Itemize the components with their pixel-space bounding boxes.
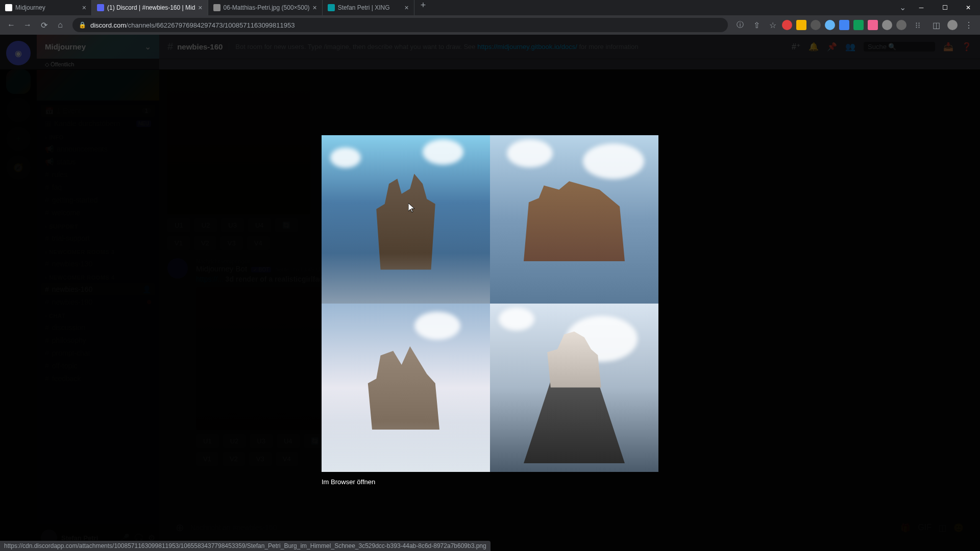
discord-app: ◉ + 🧭 Midjourney ⌄ ◇ Öffentlich 📅 1 Even… bbox=[0, 35, 980, 551]
extension-icon[interactable] bbox=[796, 20, 806, 30]
address-bar[interactable]: 🔒 discord.com/channels/66226797698429747… bbox=[72, 18, 728, 32]
channel-topic: Bot room for new users. Type /imagine, t… bbox=[229, 43, 638, 51]
extension-icon[interactable] bbox=[882, 20, 892, 30]
profile-avatar[interactable] bbox=[947, 20, 958, 30]
home-button[interactable]: ⌂ bbox=[53, 18, 67, 32]
forward-button[interactable]: → bbox=[20, 18, 35, 32]
tab-image[interactable]: 06-Matthias-Petri.jpg (500×500) × bbox=[208, 0, 323, 15]
window-controls: ⌄ ─ ☐ ✕ bbox=[895, 0, 980, 15]
browser-titlebar: Midjourney × (1) Discord | #newbies-160 … bbox=[0, 0, 980, 15]
menu-icon[interactable]: ⋮ bbox=[962, 18, 976, 32]
discord-home[interactable]: ◉ bbox=[6, 41, 31, 65]
extension-icon[interactable] bbox=[839, 20, 849, 30]
tab-midjourney[interactable]: Midjourney × bbox=[0, 0, 92, 15]
channel-header: # newbies-160 Bot room for new users. Ty… bbox=[159, 35, 980, 59]
close-icon[interactable]: × bbox=[198, 4, 202, 12]
server-name: Midjourney bbox=[45, 42, 86, 51]
close-icon[interactable]: × bbox=[82, 4, 86, 12]
extensions-icon[interactable]: ⁝⁝ bbox=[911, 18, 925, 32]
tab-title: Midjourney bbox=[15, 4, 79, 11]
image-quadrant-3 bbox=[322, 304, 490, 472]
image-quadrant-1 bbox=[322, 135, 490, 304]
close-icon[interactable]: × bbox=[313, 4, 317, 12]
chevron-down-icon: ⌄ bbox=[144, 42, 151, 52]
help-icon[interactable]: ❓ bbox=[962, 42, 972, 52]
translate-icon[interactable]: ⓘ bbox=[733, 18, 747, 32]
tab-xing[interactable]: Stefan Petri | XING × bbox=[323, 0, 414, 15]
back-button[interactable]: ← bbox=[4, 18, 18, 32]
reload-button[interactable]: ⟳ bbox=[37, 18, 51, 32]
modal-image[interactable] bbox=[322, 135, 658, 472]
close-icon[interactable]: × bbox=[405, 4, 409, 12]
favicon-icon bbox=[97, 4, 104, 11]
image-quadrant-2 bbox=[490, 135, 658, 304]
favicon-icon bbox=[213, 4, 220, 11]
minimize-button[interactable]: ─ bbox=[910, 0, 933, 15]
favicon-icon bbox=[5, 4, 12, 11]
tab-strip: Midjourney × (1) Discord | #newbies-160 … bbox=[0, 0, 895, 15]
threads-icon[interactable]: #⁺ bbox=[792, 42, 800, 52]
lock-icon: 🔒 bbox=[79, 21, 86, 29]
tab-title: Stefan Petri | XING bbox=[338, 4, 402, 11]
extension-icon[interactable] bbox=[811, 20, 821, 30]
server-status: ◇ Öffentlich bbox=[45, 61, 74, 67]
members-icon[interactable]: 👥 bbox=[845, 42, 855, 52]
tab-title: 06-Matthias-Petri.jpg (500×500) bbox=[224, 4, 310, 11]
inbox-icon[interactable]: 📥 bbox=[943, 42, 953, 52]
extension-icon[interactable] bbox=[853, 20, 864, 30]
extension-icon[interactable] bbox=[782, 20, 792, 30]
status-bar: https://cdn.discordapp.com/attachments/1… bbox=[0, 541, 491, 551]
tab-discord[interactable]: (1) Discord | #newbies-160 | Mid × bbox=[92, 0, 208, 15]
maximize-button[interactable]: ☐ bbox=[933, 0, 957, 15]
image-modal-overlay[interactable]: Im Browser öffnen bbox=[0, 69, 980, 551]
favicon-icon bbox=[328, 4, 335, 11]
open-in-browser-link[interactable]: Im Browser öffnen bbox=[322, 478, 375, 486]
extension-icon[interactable] bbox=[868, 20, 878, 30]
sidepanel-icon[interactable]: ◫ bbox=[929, 18, 943, 32]
chevron-down-icon[interactable]: ⌄ bbox=[895, 0, 910, 14]
extensions: ⁝⁝ ◫ ⋮ bbox=[782, 18, 976, 32]
browser-toolbar: ← → ⟳ ⌂ 🔒 discord.com/channels/662267976… bbox=[0, 15, 980, 35]
share-icon[interactable]: ⇧ bbox=[749, 18, 764, 32]
extension-icon[interactable] bbox=[896, 20, 906, 30]
search-input[interactable]: Suche 🔍 bbox=[864, 42, 935, 52]
pin-icon[interactable]: 📌 bbox=[827, 42, 837, 52]
notifications-icon[interactable]: 🔔 bbox=[808, 42, 819, 52]
tab-title: (1) Discord | #newbies-160 | Mid bbox=[107, 4, 195, 11]
url-text: discord.com/channels/662267976984297473/… bbox=[90, 21, 295, 29]
extension-icon[interactable] bbox=[825, 20, 835, 30]
hash-icon: # bbox=[167, 41, 173, 53]
header-toolbar: #⁺ 🔔 📌 👥 Suche 🔍 📥 ❓ bbox=[792, 42, 972, 52]
image-quadrant-4 bbox=[490, 304, 658, 472]
close-button[interactable]: ✕ bbox=[957, 0, 980, 15]
status-url: https://cdn.discordapp.com/attachments/1… bbox=[4, 542, 486, 549]
server-header[interactable]: Midjourney ⌄ bbox=[37, 35, 159, 59]
new-tab-button[interactable]: + bbox=[414, 0, 432, 15]
channel-title: newbies-160 bbox=[177, 42, 223, 51]
bookmark-icon[interactable]: ☆ bbox=[766, 18, 780, 32]
